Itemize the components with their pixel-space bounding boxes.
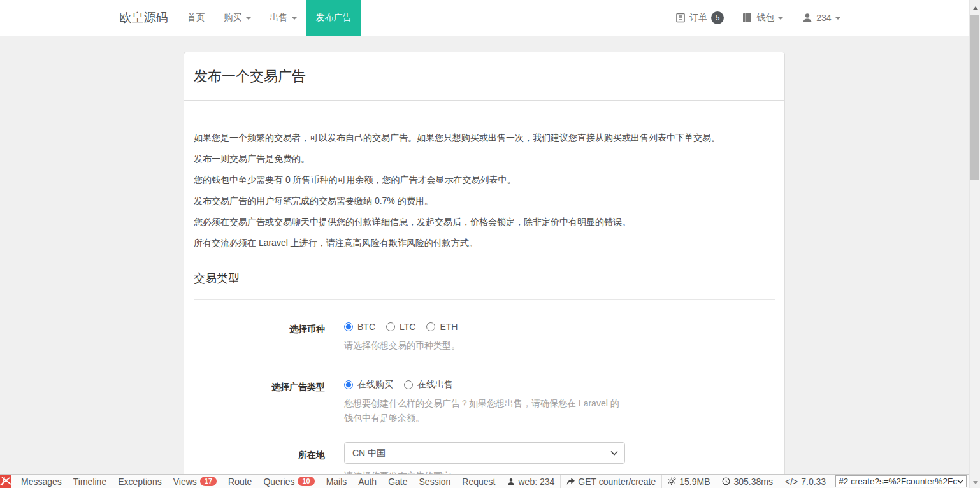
views-count-badge: 17 (200, 477, 217, 486)
code-icon: </> (785, 477, 798, 487)
nav-sell-menu[interactable]: 出售 (261, 0, 306, 36)
coin-radio-ltc[interactable] (386, 322, 395, 331)
debugbar-time-status: 305.38ms (716, 475, 778, 488)
debugbar-memory-status: 15.9MB (661, 475, 716, 488)
chevron-down-icon (835, 17, 840, 20)
scrollbar-thumb[interactable] (970, 15, 979, 180)
ad-type-option-sell[interactable]: 在线出售 (404, 379, 453, 391)
intro-line: 您的钱包中至少需要有 0 所售币种的可用余额，您的广告才会显示在交易列表中。 (194, 175, 775, 184)
debugbar-history-select[interactable]: #2 create?s=%2Fcounter%2Fc (835, 475, 967, 487)
create-ad-panel: 发布一个交易广告 如果您是一个频繁的交易者，可以发布自己的交易广告。如果您只想购… (184, 52, 785, 488)
debugbar-logo-icon[interactable] (0, 475, 11, 488)
scroll-up-button[interactable] (970, 3, 980, 13)
debugbar-tab-views[interactable]: Views17 (168, 475, 222, 488)
intro-line: 所有交流必须在 Laravel 上进行，请注意高风险有欺诈风险的付款方式。 (194, 238, 775, 247)
nav-wallet-menu[interactable]: 钱包 (733, 0, 793, 36)
debugbar-tab-messages[interactable]: Messages (15, 475, 68, 488)
debugbar-tab-queries[interactable]: Queries10 (257, 475, 320, 488)
intro-line: 您必须在交易广告或交易聊天中提供您的付款详细信息，发起交易后，价格会锁定，除非定… (194, 217, 775, 226)
coin-field-row: 选择币种 BTC LTC ETH 请选择你想交易的币 (194, 320, 775, 353)
top-navbar: 欧皇源码 首页 购买 出售 发布广告 订单 5 钱包 (0, 0, 969, 36)
nav-orders[interactable]: 订单 5 (666, 0, 733, 36)
intro-line: 发布一则交易广告是免费的。 (194, 154, 775, 163)
ad-type-help-text: 您想要创建什么样的交易广告？如果您想出售，请确保您在 Laravel 的钱包中有… (344, 396, 628, 426)
laravel-debugbar: Messages Timeline Exceptions Views17 Rou… (0, 474, 969, 488)
coin-option-ltc[interactable]: LTC (386, 322, 415, 332)
debugbar-tab-exceptions[interactable]: Exceptions (112, 475, 167, 488)
coin-help-text: 请选择你想交易的币种类型。 (344, 338, 628, 353)
debugbar-version-status: </> 7.0.33 (779, 475, 832, 488)
coin-option-btc[interactable]: BTC (344, 322, 375, 332)
panel-header: 发布一个交易广告 (184, 52, 784, 101)
chevron-down-icon (778, 17, 783, 20)
user-icon (507, 478, 515, 485)
order-list-icon (675, 13, 686, 23)
coin-radio-btc[interactable] (344, 322, 353, 331)
debugbar-tab-request[interactable]: Request (456, 475, 501, 488)
chevron-down-icon (246, 17, 251, 20)
debugbar-tab-route[interactable]: Route (222, 475, 257, 488)
intro-text: 如果您是一个频繁的交易者，可以发布自己的交易广告。如果您只想购买或出售一次，我们… (194, 133, 775, 247)
debugbar-auth-status: web: 234 (501, 475, 560, 488)
ad-type-option-buy[interactable]: 在线购买 (344, 379, 393, 391)
scroll-down-button[interactable] (970, 477, 980, 488)
orders-count-badge: 5 (711, 11, 724, 24)
nav-user-menu[interactable]: 234 (793, 0, 849, 36)
chevron-down-icon (957, 479, 963, 484)
nav-home[interactable]: 首页 (178, 0, 215, 36)
queries-count-badge: 10 (298, 477, 314, 486)
wallet-icon (743, 13, 753, 23)
page-title: 发布一个交易广告 (194, 67, 306, 86)
debugbar-tab-gate[interactable]: Gate (382, 475, 413, 488)
ad-type-radio-buy[interactable] (344, 380, 353, 389)
ad-type-field-label: 选择广告类型 (194, 378, 325, 426)
debugbar-tab-timeline[interactable]: Timeline (68, 475, 112, 488)
vertical-scrollbar[interactable] (969, 0, 980, 488)
section-title-trade-type: 交易类型 (194, 271, 775, 300)
coin-option-eth[interactable]: ETH (426, 322, 458, 332)
location-select[interactable]: CN 中国 (344, 442, 625, 464)
triangle-up-icon (973, 6, 978, 10)
share-arrow-icon (566, 478, 575, 485)
triangle-down-icon (973, 481, 978, 484)
intro-line: 发布交易广告的用户每笔完成的交易需要缴纳 0.7% 的费用。 (194, 196, 775, 205)
intro-line: 如果您是一个频繁的交易者，可以发布自己的交易广告。如果您只想购买或出售一次，我们… (194, 133, 775, 142)
chevron-down-icon (292, 17, 297, 20)
ad-type-radio-sell[interactable] (404, 380, 413, 389)
nav-post-ad[interactable]: 发布广告 (306, 0, 361, 36)
gears-icon (668, 477, 676, 485)
user-icon (802, 13, 812, 23)
debugbar-tab-session[interactable]: Session (414, 475, 457, 488)
debugbar-tab-mails[interactable]: Mails (321, 475, 353, 488)
clock-icon (722, 477, 730, 485)
brand-logo[interactable]: 欧皇源码 (120, 0, 168, 36)
coin-field-label: 选择币种 (194, 320, 325, 353)
debugbar-route-status: GET counter/create (560, 475, 661, 488)
ad-type-field-row: 选择广告类型 在线购买 在线出售 您想要创建什么样的交易广告？如果您想出售，请确… (194, 378, 775, 426)
debugbar-tab-auth[interactable]: Auth (352, 475, 382, 488)
nav-buy-menu[interactable]: 购买 (215, 0, 261, 36)
coin-radio-eth[interactable] (426, 322, 435, 331)
